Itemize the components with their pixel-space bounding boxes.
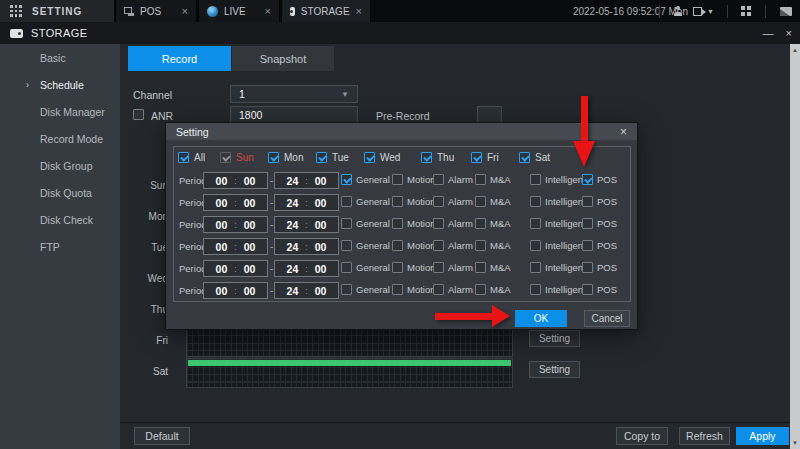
sidebar-item-disk-group[interactable]: Disk Group [0, 152, 120, 179]
checkbox[interactable] [530, 196, 541, 207]
checkbox[interactable] [582, 262, 593, 273]
checkbox[interactable] [421, 152, 432, 163]
setting-button-fri[interactable]: Setting [529, 330, 580, 347]
tab-pos[interactable]: POS × [115, 0, 197, 22]
type-motion[interactable]: Motion [392, 218, 436, 229]
type-pos[interactable]: POS [582, 218, 617, 229]
layout-switch-icon[interactable] [741, 6, 752, 17]
day-tue[interactable]: Tue [316, 152, 349, 163]
type-motion[interactable]: Motion [392, 284, 436, 295]
type-general[interactable]: General [341, 240, 390, 251]
checkbox[interactable] [475, 284, 486, 295]
checkbox[interactable] [530, 218, 541, 229]
checkbox[interactable] [582, 196, 593, 207]
type-motion[interactable]: Motion [392, 262, 436, 273]
time-input[interactable]: 24:00 [274, 194, 339, 211]
type-m-a[interactable]: M&A [475, 284, 511, 295]
day-fri[interactable]: Fri [471, 152, 499, 163]
timeline-grid-sat[interactable] [186, 358, 513, 388]
type-intelligent[interactable]: Intelligent [530, 174, 586, 185]
type-intelligent[interactable]: Intelligent [530, 284, 586, 295]
checkbox[interactable] [530, 284, 541, 295]
setting-button-sat[interactable]: Setting [529, 361, 580, 378]
anr-checkbox[interactable] [133, 109, 144, 120]
logout-button[interactable]: ▼ [693, 7, 714, 16]
type-m-a[interactable]: M&A [475, 218, 511, 229]
close-icon[interactable]: × [786, 28, 792, 39]
checkbox[interactable] [530, 262, 541, 273]
checkbox[interactable] [582, 284, 593, 295]
type-m-a[interactable]: M&A [475, 240, 511, 251]
checkbox[interactable] [582, 240, 593, 251]
sidebar-item-disk-manager[interactable]: Disk Manager [0, 98, 120, 125]
sidebar-item-record-mode[interactable]: Record Mode [0, 125, 120, 152]
checkbox[interactable] [220, 152, 231, 163]
type-general[interactable]: General [341, 262, 390, 273]
type-alarm[interactable]: Alarm [433, 174, 473, 185]
type-general[interactable]: General [341, 196, 390, 207]
time-input[interactable]: 00:00 [203, 216, 268, 233]
checkbox[interactable] [433, 262, 444, 273]
type-alarm[interactable]: Alarm [433, 218, 473, 229]
sidebar-item-disk-check[interactable]: Disk Check [0, 206, 120, 233]
type-general[interactable]: General [341, 284, 390, 295]
type-m-a[interactable]: M&A [475, 196, 511, 207]
type-general[interactable]: General [341, 174, 390, 185]
tab-live[interactable]: LIVE × [198, 0, 280, 22]
checkbox[interactable] [341, 218, 352, 229]
copy-to-button[interactable]: Copy to [616, 427, 668, 445]
checkbox[interactable] [392, 218, 403, 229]
day-wed[interactable]: Wed [364, 152, 400, 163]
checkbox[interactable] [471, 152, 482, 163]
day-all[interactable]: All [178, 152, 205, 163]
sidebar-item-basic[interactable]: Basic [0, 44, 120, 71]
close-icon[interactable]: × [356, 6, 362, 17]
checkbox[interactable] [392, 262, 403, 273]
checkbox[interactable] [475, 196, 486, 207]
tab-storage[interactable]: STORAGE × [281, 0, 371, 22]
ok-button[interactable]: OK [515, 310, 567, 327]
checkbox[interactable] [433, 240, 444, 251]
type-intelligent[interactable]: Intelligent [530, 196, 586, 207]
anr-input[interactable]: 1800 [230, 106, 358, 123]
sidebar-item-disk-quota[interactable]: Disk Quota [0, 179, 120, 206]
day-thu[interactable]: Thu [421, 152, 454, 163]
checkbox[interactable] [433, 284, 444, 295]
checkbox[interactable] [392, 196, 403, 207]
type-m-a[interactable]: M&A [475, 262, 511, 273]
time-input[interactable]: 24:00 [274, 260, 339, 277]
default-button[interactable]: Default [134, 427, 190, 445]
scroll-up-icon[interactable]: ▲ [790, 44, 800, 56]
checkbox[interactable] [433, 196, 444, 207]
time-input[interactable]: 00:00 [203, 260, 268, 277]
checkbox[interactable] [341, 174, 352, 185]
type-intelligent[interactable]: Intelligent [530, 240, 586, 251]
close-icon[interactable]: × [620, 126, 627, 138]
checkbox[interactable] [530, 240, 541, 251]
checkbox[interactable] [582, 218, 593, 229]
time-input[interactable]: 24:00 [274, 282, 339, 299]
close-icon[interactable]: × [182, 6, 188, 17]
type-pos[interactable]: POS [582, 174, 617, 185]
type-intelligent[interactable]: Intelligent [530, 262, 586, 273]
type-alarm[interactable]: Alarm [433, 240, 473, 251]
checkbox[interactable] [341, 240, 352, 251]
day-sat[interactable]: Sat [519, 152, 550, 163]
channel-select[interactable]: 1 ▼ [230, 85, 358, 103]
checkbox[interactable] [392, 284, 403, 295]
checkbox[interactable] [316, 152, 327, 163]
type-general[interactable]: General [341, 218, 390, 229]
checkbox[interactable] [582, 174, 593, 185]
time-input[interactable]: 00:00 [203, 172, 268, 189]
checkbox[interactable] [341, 196, 352, 207]
checkbox[interactable] [364, 152, 375, 163]
checkbox[interactable] [519, 152, 530, 163]
sidebar-item-ftp[interactable]: FTP [0, 233, 120, 260]
checkbox[interactable] [268, 152, 279, 163]
main-menu-button[interactable]: SETTING [0, 0, 114, 22]
type-pos[interactable]: POS [582, 284, 617, 295]
type-m-a[interactable]: M&A [475, 174, 511, 185]
checkbox[interactable] [475, 174, 486, 185]
minimize-icon[interactable]: — [763, 28, 774, 39]
checkbox[interactable] [341, 262, 352, 273]
